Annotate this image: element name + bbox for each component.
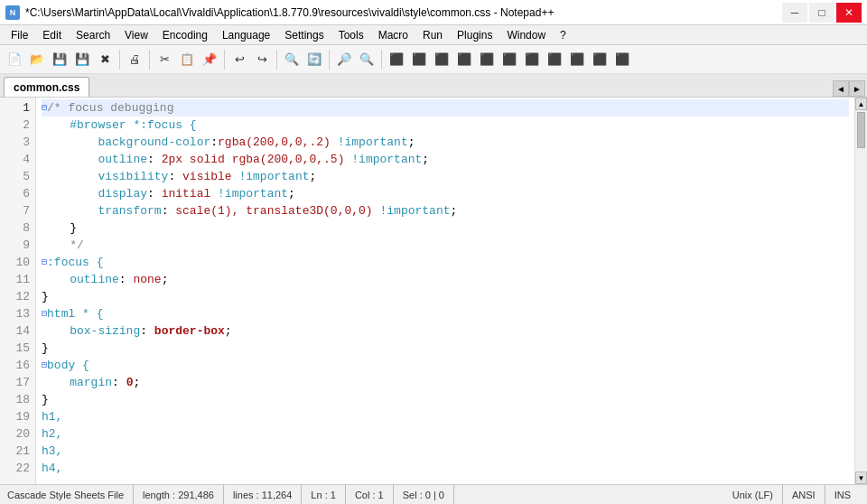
tab-nav-left[interactable]: ◄ [833, 80, 849, 97]
tb-plugin[interactable]: ⬛ [589, 49, 611, 70]
line-num-11: 11 [0, 271, 30, 288]
sel-label: Sel : 0 | 0 [403, 490, 444, 500]
menu-language[interactable]: Language [215, 27, 277, 43]
window-title: *C:\Users\Martin\AppData\Local\Vivaldi\A… [25, 6, 782, 19]
toolbar-sep-1 [119, 50, 120, 70]
tb-mark[interactable]: ⬛ [453, 49, 475, 70]
code-colon-17: : [112, 374, 126, 391]
col-label: Col : 1 [355, 490, 384, 500]
tb-run[interactable]: ⬛ [566, 49, 588, 70]
line-num-21: 21 [0, 443, 30, 460]
status-length: length : 291,486 [134, 485, 224, 504]
tb-redo[interactable]: ↪ [251, 49, 273, 70]
line-num-22: 22 [0, 460, 30, 477]
status-encoding: ANSI [783, 485, 825, 504]
menu-encoding[interactable]: Encoding [155, 27, 215, 43]
code-line-20: h2, [42, 425, 849, 443]
tab-common-css[interactable]: common.css [4, 77, 89, 97]
code-area[interactable]: ⊟/* focus debugging #browser *:focus { b… [36, 98, 854, 484]
tb-replace[interactable]: 🔄 [303, 49, 325, 70]
code-imp-6: !important [218, 185, 288, 202]
tb-outdent[interactable]: ⬛ [408, 49, 430, 70]
code-line-22: h4, [42, 460, 849, 477]
line-num-20: 20 [0, 425, 30, 443]
line-num-13: 13 [0, 305, 30, 322]
code-line-21: h3, [42, 443, 849, 460]
line-num-19: 19 [0, 408, 30, 425]
menu-view[interactable]: View [117, 27, 155, 43]
menu-file[interactable]: File [4, 27, 35, 43]
tb-macro-stop[interactable]: ⬛ [499, 49, 520, 70]
code-brace-15: } [42, 340, 49, 357]
line-num-1: 1 [0, 99, 30, 117]
tb-macro-play[interactable]: ⬛ [521, 49, 543, 70]
restore-button[interactable]: □ [809, 3, 834, 23]
scroll-thumb[interactable] [857, 112, 865, 148]
encoding-label: ANSI [792, 490, 816, 500]
line-num-14: 14 [0, 322, 30, 340]
menu-run[interactable]: Run [415, 27, 450, 43]
tb-extra[interactable]: ⬛ [611, 49, 633, 70]
code-imp-4: !important [351, 151, 422, 168]
tb-zoom-out[interactable]: 🔍 [356, 49, 378, 70]
code-prop-3: background-color [42, 134, 210, 151]
code-prop-7: transform [42, 202, 162, 219]
tb-new[interactable]: 📄 [4, 49, 25, 70]
scroll-up-arrow[interactable]: ▲ [855, 98, 867, 110]
tb-undo[interactable]: ↩ [228, 49, 250, 70]
code-line-19: h1, [42, 408, 849, 425]
line-num-7: 7 [0, 202, 30, 219]
tab-label: common.css [14, 81, 79, 94]
tb-zoom-in[interactable]: 🔎 [333, 49, 355, 70]
tb-macro-rec[interactable]: ⬛ [476, 49, 498, 70]
menu-search[interactable]: Search [69, 27, 117, 43]
scroll-track [855, 110, 867, 471]
tb-print[interactable]: 🖨 [124, 49, 145, 70]
code-val-6: initial [162, 185, 211, 202]
menu-edit[interactable]: Edit [35, 27, 69, 43]
window-controls: ─ □ ✕ [782, 3, 862, 23]
tb-close[interactable]: ✖ [94, 49, 116, 70]
toolbar-sep-5 [329, 50, 330, 70]
scroll-down-arrow[interactable]: ▼ [855, 471, 867, 484]
code-semi-17: ; [133, 374, 140, 391]
line-num-8: 8 [0, 219, 30, 237]
menu-window[interactable]: Window [499, 27, 553, 43]
tb-save-all[interactable]: 💾 [71, 49, 93, 70]
tb-save[interactable]: 💾 [49, 49, 70, 70]
tb-copy[interactable]: 📋 [176, 49, 198, 70]
code-line-14: box-sizing: border-box; [42, 322, 849, 340]
menu-settings[interactable]: Settings [277, 27, 331, 43]
close-button[interactable]: ✕ [836, 3, 862, 23]
tb-paste[interactable]: 📌 [199, 49, 220, 70]
tb-find[interactable]: 🔍 [281, 49, 303, 70]
code-semi-4: ; [422, 151, 429, 168]
code-line-1: ⊟/* focus debugging [42, 99, 849, 117]
tb-cut[interactable]: ✂ [154, 49, 175, 70]
menu-macro[interactable]: Macro [371, 27, 415, 43]
tb-format[interactable]: ⬛ [431, 49, 452, 70]
tab-nav-right[interactable]: ► [849, 80, 865, 97]
status-ins: INS [825, 485, 860, 504]
tb-indent[interactable]: ⬛ [386, 49, 407, 70]
editor: 1 2 3 4 5 6 7 8 9 10 11 12 13 14 15 16 1… [0, 98, 867, 484]
menu-plugins[interactable]: Plugins [450, 27, 499, 43]
line-num-15: 15 [0, 340, 30, 357]
tb-macro-save[interactable]: ⬛ [544, 49, 565, 70]
code-val-11: none [133, 271, 161, 288]
ln-label: Ln : 1 [311, 490, 336, 500]
tb-open[interactable]: 📂 [26, 49, 48, 70]
menu-bar: File Edit Search View Encoding Language … [0, 25, 867, 45]
minimize-button[interactable]: ─ [782, 3, 807, 23]
code-val-14: border-box [154, 322, 225, 340]
code-semi-5: ; [309, 168, 316, 185]
code-line-9: */ [42, 237, 849, 254]
menu-help[interactable]: ? [553, 27, 573, 43]
line-num-10: 10 [0, 254, 30, 271]
code-selector-16: body { [47, 357, 89, 374]
code-prop-14: box-sizing [42, 322, 140, 340]
code-comment-1: /* focus debugging [47, 99, 173, 117]
menu-tools[interactable]: Tools [331, 27, 371, 43]
code-imp-3: !important [338, 134, 408, 151]
vertical-scrollbar[interactable]: ▲ ▼ [854, 98, 867, 484]
